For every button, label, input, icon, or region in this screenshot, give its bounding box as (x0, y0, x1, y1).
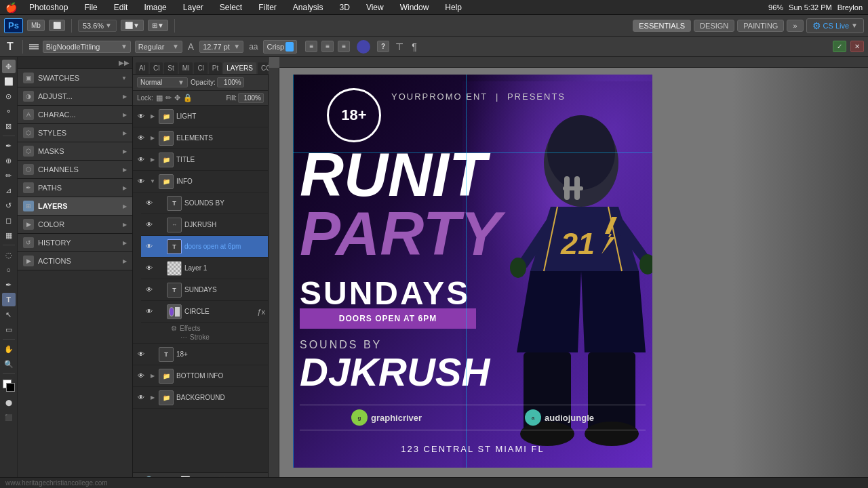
arrangement-button[interactable]: ⊞▼ (148, 20, 168, 31)
menu-photoshop[interactable]: Photoshop (25, 1, 72, 14)
tab-cl2[interactable]: Cl (194, 62, 207, 74)
font-family-select[interactable]: BigNoodleTitling ▼ (43, 41, 131, 53)
layer-item-background[interactable]: 👁 ▶ 📁 BACKGROUND (133, 387, 268, 409)
menu-layer[interactable]: Layer (179, 1, 208, 14)
menu-image[interactable]: Image (140, 1, 170, 14)
layer-visibility-circle[interactable]: 👁 (144, 306, 155, 317)
layer-visibility-elements[interactable]: 👁 (136, 133, 146, 144)
workspace-painting[interactable]: PAINTING (737, 20, 784, 32)
collapse-panels-button[interactable]: ▶▶ (119, 59, 130, 66)
layer-item-light[interactable]: 👁 ▶ 📁 LIGHT (133, 106, 268, 127)
layer-item-sundays[interactable]: 👁 T SUNDAYS (141, 279, 268, 301)
foreground-background-colors[interactable] (3, 380, 15, 392)
blend-mode-select[interactable]: Normal ▼ (137, 77, 188, 87)
align-right-button[interactable]: ≡ (338, 41, 350, 52)
font-style-select[interactable]: Regular ▼ (135, 41, 182, 53)
healing-tool[interactable]: ⊕ (2, 154, 16, 167)
layer-expand-light[interactable]: ▶ (149, 113, 156, 120)
history-brush-tool[interactable]: ↺ (2, 199, 16, 212)
extras-button[interactable]: ⬜ (49, 20, 65, 31)
lock-transparent-button[interactable]: ▦ (156, 94, 163, 102)
menu-file[interactable]: File (80, 1, 101, 14)
layer-expand-elements[interactable]: ▶ (149, 135, 156, 142)
layer-expand-info[interactable]: ▼ (149, 178, 156, 185)
color-panel-header[interactable]: ▶ COLOR ▶ (18, 216, 132, 233)
warp-text-button[interactable]: ? (377, 41, 389, 52)
zoom-tool[interactable]: 🔍 (2, 357, 16, 371)
tab-al[interactable]: Al (136, 62, 149, 74)
eraser-tool[interactable]: ◻ (2, 214, 16, 227)
menu-view[interactable]: View (362, 1, 388, 14)
layer-item-sounds-by[interactable]: 👁 T SOUNDS BY (141, 192, 268, 214)
commit-type-button[interactable]: ✓ (833, 41, 846, 52)
tab-layers[interactable]: LAYERS (223, 62, 256, 74)
tab-cl[interactable]: Cl (150, 62, 163, 74)
workspace-design[interactable]: DESIGN (694, 20, 734, 32)
menu-edit[interactable]: Edit (110, 1, 132, 14)
quick-mask-button[interactable]: ⬤ (2, 396, 16, 409)
masks-panel-header[interactable]: ⬡ MASKS ▶ (18, 142, 132, 160)
layer-visibility-djkrush[interactable]: 👁 (144, 220, 155, 230)
eyedropper-tool[interactable]: ✒ (2, 139, 16, 152)
layer-fx-icon[interactable]: ƒx (257, 308, 265, 316)
adjust-panel-header[interactable]: ◑ ADJUST... ▶ (18, 87, 132, 105)
clone-tool[interactable]: ⊿ (2, 184, 16, 197)
layer-item-circle[interactable]: 👁 CIRCLE ƒx (141, 301, 268, 323)
tab-st[interactable]: St (164, 62, 177, 74)
history-panel-header[interactable]: ↺ HISTORY ▶ (18, 234, 132, 251)
marquee-tool[interactable]: ⬜ (2, 75, 16, 88)
anti-aliasing-select[interactable]: Crisp (263, 40, 297, 54)
layer-item-18plus[interactable]: 👁 T 18+ (133, 344, 268, 365)
menu-3d[interactable]: 3D (336, 1, 354, 14)
layer-visibility-info[interactable]: 👁 (136, 176, 146, 187)
layer-item-doors-open[interactable]: 👁 T doors open at 6pm (141, 236, 268, 258)
layer-expand-bottom-info[interactable]: ▶ (149, 373, 156, 380)
align-center-button[interactable]: ≡ (321, 41, 334, 52)
charac-panel-header[interactable]: A CHARAC... ▶ (18, 106, 132, 123)
align-left-button[interactable]: ≡ (305, 41, 317, 52)
cs-live-button[interactable]: ⚙ CS Live ▼ (806, 18, 864, 33)
lock-pixels-button[interactable]: ✏ (165, 94, 172, 102)
cancel-type-button[interactable]: ✕ (850, 41, 864, 52)
blur-tool[interactable]: ◌ (2, 248, 16, 262)
menu-analysis[interactable]: Analysis (289, 1, 328, 14)
dodge-tool[interactable]: ○ (2, 263, 16, 277)
text-orientation-button[interactable] (29, 44, 39, 49)
workspace-expand[interactable]: » (787, 20, 803, 32)
layer-expand-background[interactable]: ▶ (149, 394, 156, 401)
layer-visibility-sounds-by[interactable]: 👁 (144, 198, 155, 209)
canvas-outer[interactable]: 21 (279, 68, 868, 488)
layer-visibility-background[interactable]: 👁 (136, 392, 146, 403)
path-select-tool[interactable]: ↖ (2, 308, 16, 321)
gradient-tool[interactable]: ▦ (2, 228, 16, 242)
fill-input[interactable]: 100% (238, 93, 264, 103)
menu-help[interactable]: Help (441, 1, 466, 14)
font-size-input[interactable]: 12.77 pt ▼ (199, 41, 243, 53)
layer-stroke-effect[interactable]: ⋯ Stroke (171, 333, 265, 342)
layer-visibility-18plus[interactable]: 👁 (136, 349, 146, 360)
quick-select-tool[interactable]: ⚬ (2, 104, 16, 118)
layer-item-layer1[interactable]: 👁 Layer 1 (141, 258, 268, 279)
hand-tool[interactable]: ✋ (2, 342, 16, 356)
shape-tool[interactable]: ▭ (2, 323, 16, 336)
layer-item-djkrush[interactable]: 👁 ↔ DJKRUSH (141, 214, 268, 236)
styles-panel-header[interactable]: ⬡ STYLES ▶ (18, 124, 132, 142)
workspace-essentials[interactable]: ESSENTIALS (633, 20, 691, 32)
layers-panel-header[interactable]: ⊞ LAYERS ▶ (18, 197, 132, 215)
text-color-swatch[interactable] (357, 40, 370, 54)
menu-window[interactable]: Window (396, 1, 433, 14)
menu-select[interactable]: Select (216, 1, 246, 14)
move-tool[interactable]: ✥ (2, 60, 16, 73)
layer-expand-title[interactable]: ▶ (149, 157, 156, 163)
type-tool-icon[interactable]: T (4, 39, 16, 54)
layer-item-bottom-info[interactable]: 👁 ▶ 📁 BOTTOM INFO (133, 365, 268, 387)
paths-panel-header[interactable]: ✒ PATHS ▶ (18, 179, 132, 197)
layer-item-title[interactable]: 👁 ▶ 📁 TITLE (133, 149, 268, 171)
apple-menu[interactable]: 🍎 (5, 2, 17, 13)
actions-panel-header[interactable]: ▶ ACTIONS ▶ (18, 252, 132, 270)
menu-filter[interactable]: Filter (254, 1, 281, 14)
layer-visibility-sundays[interactable]: 👁 (144, 285, 155, 296)
crop-tool[interactable]: ⊠ (2, 119, 16, 133)
channels-panel-header[interactable]: ⬡ CHANNELS ▶ (18, 161, 132, 178)
tab-ml[interactable]: Ml (179, 62, 193, 74)
